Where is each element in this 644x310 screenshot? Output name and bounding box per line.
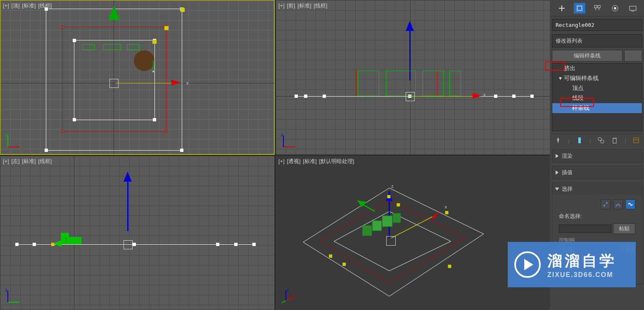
svg-text:y: y — [5, 133, 7, 137]
svg-point-49 — [598, 137, 601, 141]
svg-rect-18 — [363, 225, 372, 235]
modifier-list-dropdown[interactable]: 修改器列表 — [552, 34, 642, 47]
paste-button[interactable]: 粘贴 — [613, 223, 635, 234]
named-selection-label: 命名选择: — [559, 213, 582, 220]
show-end-result-icon[interactable] — [576, 137, 583, 145]
svg-rect-26 — [329, 254, 332, 258]
annotation-box — [560, 98, 594, 107]
subobj-segment-icon[interactable] — [613, 199, 623, 209]
mini-axis-icon: y — [5, 133, 22, 149]
viewport-grid: [+] [顶] [标准] [线框] — [0, 0, 550, 310]
svg-line-14 — [363, 204, 375, 211]
svg-text:z: z — [391, 184, 394, 189]
svg-rect-19 — [373, 220, 382, 230]
rollout-selection-header[interactable]: 选择 — [552, 183, 642, 195]
svg-text:z: z — [5, 288, 7, 292]
svg-rect-51 — [613, 138, 616, 143]
tab-hierarchy-icon[interactable] — [592, 3, 603, 14]
stack-toolbar: | | | — [552, 134, 642, 148]
remove-modifier-icon[interactable] — [611, 137, 618, 145]
modifier-stack[interactable]: 挤出 ▾可编辑样条线 顶点 线段 样条线 — [552, 63, 642, 131]
modifier-set-button[interactable] — [624, 50, 642, 62]
svg-text:z: z — [287, 288, 289, 292]
svg-rect-20 — [382, 216, 392, 227]
rollout-render-header[interactable]: 渲染 — [552, 150, 642, 162]
svg-point-56 — [606, 202, 608, 204]
svg-point-55 — [604, 205, 605, 206]
play-icon — [514, 251, 541, 278]
watermark-overlay: 溜溜自学 ZIXUE.3D66.COM — [508, 242, 636, 287]
object-name-field[interactable]: Rectangle002 — [552, 19, 642, 31]
svg-rect-48 — [578, 137, 581, 143]
svg-rect-41 — [598, 5, 600, 8]
svg-rect-23 — [387, 195, 390, 198]
stack-item-editable-spline[interactable]: ▾可编辑样条线 — [552, 73, 642, 83]
named-selection-input[interactable] — [559, 225, 611, 233]
subobj-spline-icon[interactable] — [625, 199, 635, 209]
rollout-render: 渲染 — [552, 149, 642, 163]
svg-text:x: x — [444, 204, 447, 209]
tab-modify-icon[interactable] — [574, 3, 585, 14]
viewport-front[interactable]: [+] [前] [标准] [线框] x z — [276, 0, 550, 155]
svg-rect-40 — [594, 5, 597, 8]
svg-rect-21 — [393, 213, 400, 222]
annotation-box — [545, 62, 565, 71]
tab-display-icon[interactable] — [627, 3, 639, 14]
mini-axis-icon: z — [5, 288, 22, 305]
svg-line-31 — [286, 297, 295, 301]
mini-axis-icon: z — [281, 133, 297, 149]
svg-rect-27 — [342, 263, 346, 266]
mini-axis-icon: x z — [281, 288, 297, 305]
stack-item-extrude[interactable]: 挤出 — [552, 64, 642, 73]
tab-motion-icon[interactable] — [609, 3, 621, 14]
svg-rect-22 — [397, 203, 400, 206]
pin-icon[interactable] — [554, 137, 562, 145]
svg-rect-24 — [445, 211, 448, 214]
svg-marker-17 — [433, 211, 440, 220]
svg-rect-28 — [386, 236, 395, 245]
subobj-vertex-icon[interactable] — [601, 199, 611, 209]
svg-point-45 — [614, 7, 616, 9]
svg-rect-25 — [448, 265, 451, 268]
viewport-top[interactable]: [+] [顶] [标准] [线框] — [0, 0, 275, 155]
rollout-interpolation-header[interactable]: 插值 — [552, 166, 642, 179]
stack-item-vertex[interactable]: 顶点 — [552, 83, 642, 93]
make-unique-icon[interactable] — [597, 137, 605, 145]
svg-rect-39 — [577, 6, 582, 10]
svg-rect-46 — [630, 6, 636, 10]
command-panel-tabs — [550, 0, 644, 17]
viewport-left[interactable]: [+] [左] [标准] [线框] z — [0, 156, 275, 310]
svg-marker-9 — [303, 188, 484, 296]
svg-rect-53 — [634, 138, 639, 143]
svg-point-50 — [601, 140, 604, 143]
tab-create-icon[interactable] — [556, 3, 568, 14]
svg-text:z: z — [281, 133, 283, 137]
configure-modifier-icon[interactable] — [632, 137, 640, 145]
edit-spline-button[interactable]: 编辑样条线 — [552, 50, 623, 62]
svg-text:x: x — [292, 292, 295, 296]
svg-line-32 — [282, 301, 286, 303]
rollout-interpolation: 插值 — [552, 166, 642, 179]
